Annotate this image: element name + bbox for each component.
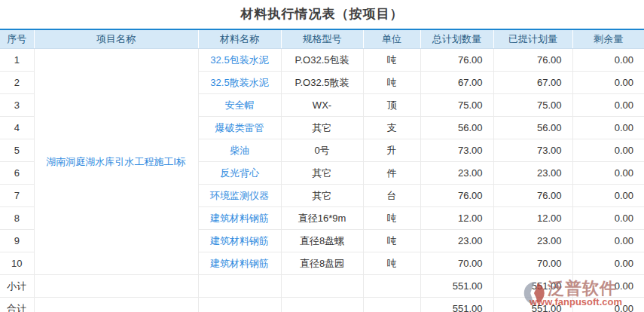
header-project-name: 项目名称 bbox=[34, 29, 198, 49]
summary-material-cell bbox=[198, 298, 281, 312]
material-link[interactable]: 建筑材料钢筋 bbox=[210, 213, 269, 224]
material-link[interactable]: 32.5散装水泥 bbox=[210, 77, 268, 88]
remaining-cell: 0.00 bbox=[572, 207, 644, 230]
material-link[interactable]: 柴油 bbox=[230, 145, 249, 156]
unit-cell: 台 bbox=[363, 185, 420, 207]
summary-remaining-cell: 0.00 bbox=[572, 275, 644, 298]
planned-cell: 76.00 bbox=[420, 185, 493, 207]
row-index-cell: 1 bbox=[0, 49, 34, 72]
spec-cell: WX- bbox=[281, 94, 363, 117]
material-name-cell: 环境监测仪器 bbox=[198, 185, 281, 207]
submitted-cell: 12.00 bbox=[493, 207, 572, 230]
material-execution-table: 序号 项目名称 材料名称 规格型号 单位 总计划数量 已提计划量 剩余量 1 湖… bbox=[0, 29, 644, 312]
unit-cell: 吨 bbox=[363, 72, 420, 94]
summary-spec-cell bbox=[281, 298, 363, 312]
remaining-cell: 0.00 bbox=[572, 72, 644, 94]
summary-material-cell bbox=[198, 275, 281, 298]
summary-label-cell: 合计 bbox=[0, 298, 34, 312]
unit-cell: 顶 bbox=[363, 94, 420, 117]
remaining-cell: 0.00 bbox=[572, 252, 644, 275]
submitted-cell: 76.00 bbox=[493, 185, 572, 207]
submitted-cell: 23.00 bbox=[493, 162, 572, 185]
summary-project-cell bbox=[34, 275, 198, 298]
material-name-cell: 爆破类雷管 bbox=[198, 117, 281, 139]
material-link[interactable]: 安全帽 bbox=[225, 99, 255, 111]
remaining-cell: 0.00 bbox=[572, 117, 644, 139]
header-spec-model: 规格型号 bbox=[281, 29, 363, 49]
material-link[interactable]: 32.5包装水泥 bbox=[210, 54, 268, 66]
material-name-cell: 反光背心 bbox=[198, 162, 281, 185]
submitted-cell: 76.00 bbox=[493, 49, 572, 72]
submitted-cell: 70.00 bbox=[493, 252, 572, 275]
table-body: 1 湖南洞庭湖水库引水工程施工I标32.5包装水泥 P.O32.5包装 吨 76… bbox=[0, 49, 644, 312]
remaining-cell: 0.00 bbox=[572, 94, 644, 117]
planned-cell: 23.00 bbox=[420, 230, 493, 252]
row-index-cell: 5 bbox=[0, 139, 34, 162]
material-name-cell: 建筑材料钢筋 bbox=[198, 230, 281, 252]
material-name-cell: 建筑材料钢筋 bbox=[198, 252, 281, 275]
material-execution-report-page: 材料执行情况表（按项目） 序号 项目名称 材料名称 规格型号 单位 总计划数量 … bbox=[0, 0, 644, 312]
summary-planned-cell: 551.00 bbox=[420, 298, 493, 312]
remaining-cell: 0.00 bbox=[572, 230, 644, 252]
material-link[interactable]: 建筑材料钢筋 bbox=[210, 235, 269, 246]
row-index-cell: 9 bbox=[0, 230, 34, 252]
spec-cell: 其它 bbox=[281, 117, 363, 139]
summary-submitted-cell: 551.00 bbox=[493, 275, 572, 298]
unit-cell: 升 bbox=[363, 139, 420, 162]
summary-remaining-cell: 0.00 bbox=[572, 298, 644, 312]
row-index-cell: 10 bbox=[0, 252, 34, 275]
project-name-cell[interactable]: 湖南洞庭湖水库引水工程施工I标 bbox=[34, 49, 198, 275]
header-row: 序号 项目名称 材料名称 规格型号 单位 总计划数量 已提计划量 剩余量 bbox=[0, 29, 644, 49]
material-link[interactable]: 建筑材料钢筋 bbox=[210, 258, 269, 269]
spec-cell: 其它 bbox=[281, 162, 363, 185]
remaining-cell: 0.00 bbox=[572, 139, 644, 162]
planned-cell: 12.00 bbox=[420, 207, 493, 230]
unit-cell: 吨 bbox=[363, 207, 420, 230]
header-total-planned: 总计划数量 bbox=[420, 29, 493, 49]
remaining-cell: 0.00 bbox=[572, 49, 644, 72]
summary-planned-cell: 551.00 bbox=[420, 275, 493, 298]
material-name-cell: 柴油 bbox=[198, 139, 281, 162]
table-row: 1 湖南洞庭湖水库引水工程施工I标32.5包装水泥 P.O32.5包装 吨 76… bbox=[0, 49, 644, 72]
material-name-cell: 32.5包装水泥 bbox=[198, 49, 281, 72]
spec-cell: 直径8盘螺 bbox=[281, 230, 363, 252]
spec-cell: 直径16*9m bbox=[281, 207, 363, 230]
summary-unit-cell bbox=[363, 275, 420, 298]
row-index-cell: 8 bbox=[0, 207, 34, 230]
submitted-cell: 56.00 bbox=[493, 117, 572, 139]
spec-cell: P.O32.5散装 bbox=[281, 72, 363, 94]
row-index-cell: 4 bbox=[0, 117, 34, 139]
unit-cell: 件 bbox=[363, 162, 420, 185]
remaining-cell: 0.00 bbox=[572, 162, 644, 185]
header-submitted-plan: 已提计划量 bbox=[493, 29, 572, 49]
material-link[interactable]: 爆破类雷管 bbox=[215, 122, 264, 133]
row-index-cell: 2 bbox=[0, 72, 34, 94]
summary-submitted-cell: 551.00 bbox=[493, 298, 572, 312]
submitted-cell: 75.00 bbox=[493, 94, 572, 117]
header-unit: 单位 bbox=[363, 29, 420, 49]
unit-cell: 吨 bbox=[363, 230, 420, 252]
summary-unit-cell bbox=[363, 298, 420, 312]
planned-cell: 73.00 bbox=[420, 139, 493, 162]
remaining-cell: 0.00 bbox=[572, 185, 644, 207]
page-title: 材料执行情况表（按项目） bbox=[0, 0, 644, 29]
material-name-cell: 32.5散装水泥 bbox=[198, 72, 281, 94]
material-link[interactable]: 环境监测仪器 bbox=[210, 190, 269, 201]
planned-cell: 23.00 bbox=[420, 162, 493, 185]
spec-cell: P.O32.5包装 bbox=[281, 49, 363, 72]
header-serial-no: 序号 bbox=[0, 29, 34, 49]
summary-label-cell: 小计 bbox=[0, 275, 34, 298]
unit-cell: 吨 bbox=[363, 252, 420, 275]
planned-cell: 75.00 bbox=[420, 94, 493, 117]
row-index-cell: 3 bbox=[0, 94, 34, 117]
summary-row: 合计 551.00 551.00 0.00 bbox=[0, 298, 644, 312]
planned-cell: 76.00 bbox=[420, 49, 493, 72]
summary-project-cell bbox=[34, 298, 198, 312]
summary-row: 小计 551.00 551.00 0.00 bbox=[0, 275, 644, 298]
spec-cell: 直径8盘园 bbox=[281, 252, 363, 275]
header-remaining: 剩余量 bbox=[572, 29, 644, 49]
row-index-cell: 7 bbox=[0, 185, 34, 207]
material-link[interactable]: 反光背心 bbox=[220, 167, 259, 179]
submitted-cell: 73.00 bbox=[493, 139, 572, 162]
spec-cell: 0号 bbox=[281, 139, 363, 162]
